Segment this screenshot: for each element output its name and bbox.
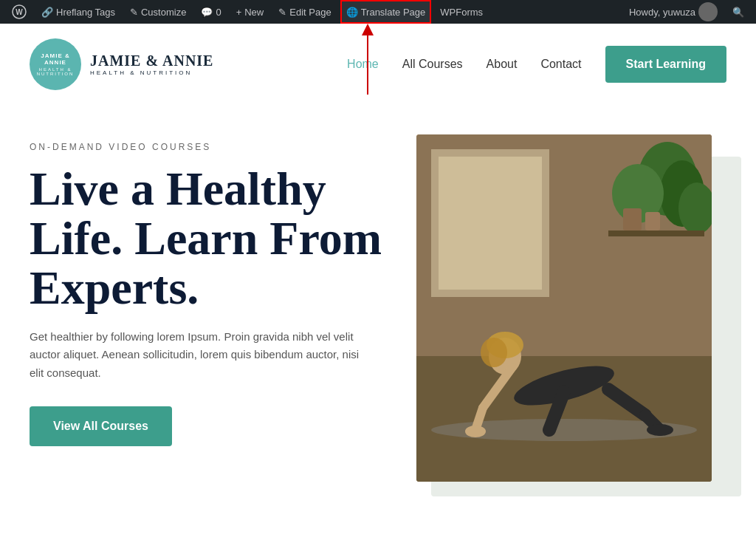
- wp-logo-button[interactable]: W: [6, 0, 32, 24]
- hero-content: ON-DEMAND VIDEO COURSES Live a Healthy L…: [30, 134, 387, 446]
- svg-rect-4: [439, 157, 542, 290]
- comments-icon: 💬: [201, 7, 213, 18]
- logo-circle: JAMIE & ANNIE HEALTH & NUTRITION: [30, 38, 81, 90]
- svg-rect-11: [623, 208, 642, 230]
- svg-text:W: W: [16, 8, 23, 16]
- logo-subtext: HEALTH & NUTRITION: [90, 69, 213, 76]
- wpforms-button[interactable]: WPForms: [434, 0, 489, 24]
- hero-image-photo: [416, 134, 712, 482]
- nav-all-courses[interactable]: All Courses: [402, 58, 463, 71]
- svg-rect-12: [645, 212, 660, 230]
- howdy-user[interactable]: Howdy, yuwuza: [623, 0, 724, 24]
- search-button[interactable]: 🔍: [726, 0, 750, 24]
- hreflang-tags-button[interactable]: 🔗 Hreflang Tags: [35, 0, 121, 24]
- translate-icon: 🌐: [346, 7, 358, 18]
- site-header: JAMIE & ANNIE HEALTH & NUTRITION JAMIE &…: [0, 24, 756, 105]
- customize-button[interactable]: ✎ Customize: [124, 0, 192, 24]
- nav-contact[interactable]: Contact: [540, 58, 581, 71]
- admin-bar: W 🔗 Hreflang Tags ✎ Customize 💬 0 + New …: [0, 0, 756, 24]
- svg-point-17: [481, 338, 507, 367]
- svg-rect-10: [608, 230, 704, 236]
- hero-description: Get healthier by following lorem Ipsum. …: [30, 328, 369, 383]
- translate-page-button[interactable]: 🌐 Translate Page: [340, 0, 432, 24]
- hero-image-block: [416, 134, 726, 496]
- hero-section: ON-DEMAND VIDEO COURSES Live a Healthy L…: [0, 105, 756, 496]
- edit-icon: ✎: [278, 7, 286, 18]
- view-all-courses-button[interactable]: View All Courses: [30, 406, 172, 446]
- svg-point-23: [647, 424, 673, 436]
- user-avatar: [698, 2, 718, 21]
- svg-point-24: [465, 426, 486, 437]
- nav-home[interactable]: Home: [347, 58, 379, 71]
- start-learning-button[interactable]: Start Learning: [605, 46, 726, 83]
- yoga-image: [416, 134, 712, 482]
- logo-text-block: JAMIE & ANNIE HEALTH & NUTRITION: [90, 52, 213, 76]
- plus-icon: +: [236, 7, 242, 18]
- site-logo: JAMIE & ANNIE HEALTH & NUTRITION JAMIE &…: [30, 38, 213, 90]
- admin-bar-right: Howdy, yuwuza 🔍: [623, 0, 750, 24]
- customize-icon: ✎: [130, 7, 138, 18]
- new-button[interactable]: + New: [230, 0, 270, 24]
- hero-label: ON-DEMAND VIDEO COURSES: [30, 142, 387, 152]
- nav-about[interactable]: About: [487, 58, 518, 71]
- site-nav: Home All Courses About Contact Start Lea…: [347, 46, 726, 83]
- search-icon: 🔍: [732, 7, 744, 18]
- logo-circle-text: JAMIE & ANNIE HEALTH & NUTRITION: [30, 52, 81, 76]
- hreflang-icon: 🔗: [41, 7, 53, 18]
- logo-name: JAMIE & ANNIE: [90, 52, 213, 69]
- edit-page-button[interactable]: ✎ Edit Page: [272, 0, 337, 24]
- comments-button[interactable]: 💬 0: [195, 0, 227, 24]
- hero-title: Live a Healthy Life. Learn From Experts.: [30, 164, 387, 313]
